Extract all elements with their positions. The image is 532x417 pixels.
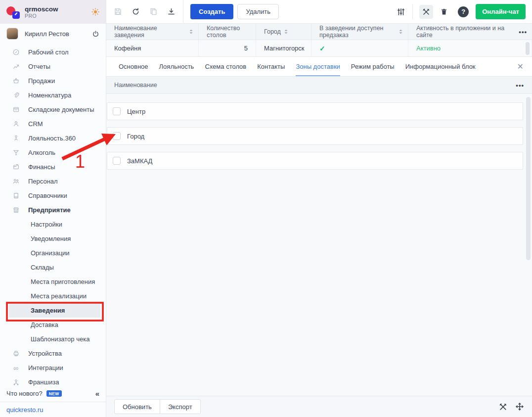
toolbar-right-group: ? Онлайн-чат	[397, 4, 532, 19]
sidebar: qrmoscow PRO Кирилл Рестов Рабочий стол …	[0, 0, 106, 417]
delete-button[interactable]: Удалить	[237, 4, 279, 19]
sidebar-subitem-warehouses[interactable]: Склады	[0, 260, 106, 275]
zone-checkbox[interactable]	[113, 107, 121, 115]
storefront-icon	[12, 206, 20, 214]
sidebar-item-finance[interactable]: Финансы	[0, 160, 106, 174]
sidebar-menu: Рабочий стол Отчеты Продажи Номенклатура…	[0, 44, 106, 389]
sidebar-item-alcohol[interactable]: Алкоголь	[0, 145, 106, 160]
subitem-label: Склады	[31, 264, 54, 271]
sidebar-item-label: Устройства	[28, 350, 62, 357]
book-icon	[12, 192, 20, 200]
quickresto-link[interactable]: quickresto.ru	[6, 406, 43, 414]
sidebar-subitem-organizations[interactable]: Организации	[0, 246, 106, 260]
sidebar-item-references[interactable]: Справочники	[0, 188, 106, 203]
help-icon[interactable]: ?	[458, 6, 469, 17]
subitem-label: Настройки	[31, 221, 62, 228]
collapse-sidebar-icon[interactable]: «	[95, 389, 99, 398]
tab-contacts[interactable]: Контакты	[257, 57, 285, 76]
list-scrollbar-thumb[interactable]	[526, 97, 531, 260]
table-menu-dots-icon[interactable]: •••	[519, 28, 527, 36]
user-row[interactable]: Кирилл Рестов	[0, 24, 106, 44]
zone-label: ЗаМКАД	[127, 157, 152, 165]
zone-checkbox[interactable]	[113, 157, 121, 165]
sidebar-item-integrations[interactable]: ∞ Интеграции	[0, 361, 106, 375]
cell-preorder: ✓	[311, 40, 408, 56]
zone-label: Город	[127, 133, 144, 140]
basket-icon	[12, 77, 20, 85]
trash-icon[interactable]	[440, 8, 448, 16]
venues-table-header: Наименование заведения Количество столов…	[106, 24, 532, 40]
refresh-button[interactable]: Обновить	[114, 399, 160, 414]
venue-table-row[interactable]: Кофейня 5 Магнитогорск ✓ Активно	[106, 40, 532, 57]
zone-label: Центр	[127, 108, 145, 115]
save-icon[interactable]	[114, 7, 122, 16]
subitem-label: Уведомления	[31, 235, 71, 242]
sidebar-item-sales[interactable]: Продажи	[0, 74, 106, 88]
sidebar-subitem-cooking-places[interactable]: Места приготовления	[0, 275, 106, 289]
export-button[interactable]: Экспорт	[160, 399, 201, 414]
zone-row-city[interactable]: Город	[107, 127, 523, 145]
sidebar-item-staff[interactable]: Персонал	[0, 174, 106, 188]
app-window: qrmoscow PRO Кирилл Рестов Рабочий стол …	[0, 0, 532, 417]
zone-row-center[interactable]: Центр	[107, 102, 523, 120]
sidebar-item-crm[interactable]: CRM	[0, 117, 106, 131]
sidebar-subitem-sales-places[interactable]: Места реализации	[0, 289, 106, 303]
sidebar-subitem-delivery[interactable]: Доставка	[0, 318, 106, 332]
download-icon[interactable]	[167, 7, 176, 16]
close-icon[interactable]: ✕	[517, 62, 524, 71]
sidebar-subitem-settings[interactable]: Настройки	[0, 217, 106, 232]
sidebar-item-dashboard[interactable]: Рабочий стол	[0, 45, 106, 59]
create-button[interactable]: Создать	[190, 4, 233, 19]
sidebar-item-label: Отчеты	[28, 63, 50, 70]
sidebar-item-devices[interactable]: Устройства	[0, 346, 106, 361]
tab-working-hours[interactable]: Режим работы	[351, 57, 395, 76]
table-scrollbar-thumb[interactable]	[526, 42, 530, 55]
theme-sun-icon[interactable]	[91, 8, 99, 16]
zones-list: Центр Город ЗаМКАД	[106, 94, 532, 396]
sidebar-item-enterprise[interactable]: Предприятие	[0, 203, 106, 217]
column-header-tables-count[interactable]: Количество столов	[199, 24, 256, 40]
brand-header: qrmoscow PRO	[0, 0, 106, 24]
sidebar-item-reports[interactable]: Отчеты	[0, 59, 106, 74]
refresh-icon[interactable]	[132, 7, 140, 16]
sort-icon[interactable]	[284, 29, 288, 35]
move-arrows-icon[interactable]	[515, 402, 524, 411]
column-header-venue-name[interactable]: Наименование заведения	[106, 24, 199, 40]
column-header-city[interactable]: Город	[256, 24, 311, 40]
copy-icon[interactable]	[149, 7, 158, 16]
sidebar-item-warehouse-docs[interactable]: Складские документы	[0, 102, 106, 117]
tools-icon[interactable]	[499, 403, 507, 411]
sort-icon[interactable]	[399, 29, 403, 35]
online-chat-button[interactable]: Онлайн-чат	[476, 4, 526, 19]
sort-icon[interactable]	[189, 29, 193, 35]
zone-checkbox[interactable]	[113, 132, 121, 140]
whats-new-label: Что нового?	[6, 390, 43, 397]
column-header-preorder[interactable]: В заведении доступен предзаказ	[311, 24, 408, 40]
sidebar-subitem-venues[interactable]: Заведения	[9, 303, 100, 318]
sidebar-subitem-notifications[interactable]: Уведомления	[0, 232, 106, 246]
tab-main[interactable]: Основное	[119, 57, 148, 76]
sidebar-subitem-receipt-templater[interactable]: Шаблонизатор чека	[0, 332, 106, 346]
column-header-activity[interactable]: Активность в приложении и на сайте •••	[408, 24, 532, 40]
sidebar-item-label: Персонал	[28, 178, 58, 185]
sidebar-item-nomenclature[interactable]: Номенклатура	[0, 88, 106, 102]
tab-table-scheme[interactable]: Схема столов	[205, 57, 246, 76]
filter-sliders-icon[interactable]	[397, 7, 405, 16]
logout-power-icon[interactable]	[92, 30, 99, 38]
zone-row-zamkad[interactable]: ЗаМКАД	[107, 152, 523, 170]
tab-delivery-zones[interactable]: Зоны доставки	[296, 57, 340, 76]
cell-activity: Активно	[408, 40, 532, 56]
subitem-label: Шаблонизатор чека	[31, 335, 89, 343]
desktop-icon	[12, 48, 20, 56]
tab-info-block[interactable]: Информационный блок	[405, 57, 476, 76]
subitem-label: Места приготовления	[31, 278, 95, 285]
bottom-right-icons	[499, 402, 524, 411]
avatar	[6, 28, 18, 40]
whats-new-row[interactable]: Что нового? NEW «	[0, 386, 106, 401]
martini-glass-icon	[12, 149, 20, 157]
zones-menu-dots-icon[interactable]: •••	[516, 82, 524, 89]
sidebar-item-loyalty360[interactable]: Лояльность.360	[0, 131, 106, 145]
sidebar-item-label: Лояльность.360	[28, 135, 76, 142]
tab-loyalty[interactable]: Лояльность	[159, 57, 194, 76]
tools-icon[interactable]	[419, 5, 433, 19]
